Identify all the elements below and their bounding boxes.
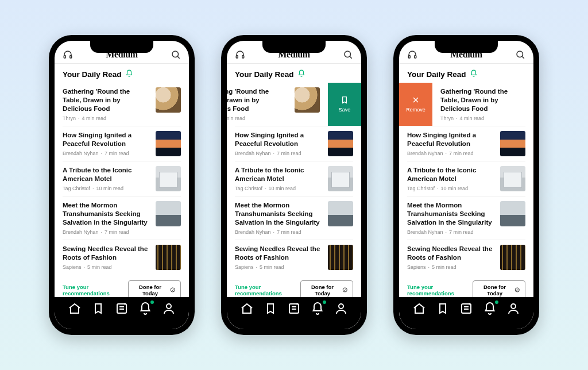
phone-notch [435, 40, 498, 53]
article-card[interactable]: Sewing Needles Reveal the Roots of Fashi… [227, 240, 361, 275]
article-title: How Singing Ignited a Peaceful Revolutio… [235, 131, 322, 148]
article-card[interactable]: Sewing Needles Reveal the Roots of Fashi… [399, 240, 533, 275]
article-card[interactable]: A Tribute to the Iconic American Motel T… [55, 161, 189, 196]
article-row: How Singing Ignited a Peaceful Revolutio… [55, 126, 189, 161]
svg-rect-0 [64, 56, 65, 59]
bottom-tabbar [55, 297, 189, 329]
article-readtime: 5 min read [260, 264, 284, 270]
done-for-today-button[interactable]: Done for Today [300, 280, 353, 297]
svg-rect-1 [70, 56, 72, 59]
tab-bookmarks[interactable] [91, 302, 105, 315]
search-icon[interactable] [515, 49, 525, 60]
meta-separator [454, 115, 460, 121]
svg-rect-19 [415, 56, 416, 59]
meta-separator [82, 264, 88, 270]
tab-home[interactable] [68, 302, 82, 315]
swipe-remove-label: Remove [406, 107, 425, 113]
svg-point-2 [172, 51, 179, 57]
article-feed[interactable]: Gathering 'Round the Table, Drawn in by … [55, 83, 189, 297]
article-card[interactable]: How Singing Ignited a Peaceful Revolutio… [227, 126, 361, 161]
article-card[interactable]: How Singing Ignited a Peaceful Revolutio… [399, 126, 533, 161]
tune-recommendations-link[interactable]: Tune your recommendations [407, 284, 473, 296]
tab-bookmarks[interactable] [436, 302, 450, 315]
section-title: Your Daily Read [399, 64, 533, 83]
article-card[interactable]: How Singing Ignited a Peaceful Revolutio… [55, 126, 189, 161]
bell-icon[interactable] [297, 70, 305, 79]
tab-bookmarks[interactable] [264, 302, 277, 315]
search-icon[interactable] [343, 49, 353, 60]
tune-recommendations-link[interactable]: Tune your recommendations [63, 284, 128, 296]
article-thumbnail [328, 245, 353, 270]
article-meta: Tag Christof10 min read [63, 186, 150, 191]
article-readtime: 4 min read [227, 115, 245, 121]
svg-point-20 [517, 51, 523, 57]
article-readtime: 10 min read [96, 186, 124, 191]
article-card[interactable]: Meet the Mormon Transhumanists Seeking S… [227, 196, 361, 240]
svg-line-3 [177, 56, 179, 58]
phone-notch [90, 40, 153, 53]
tab-compose[interactable] [115, 302, 129, 315]
headphones-icon[interactable] [235, 49, 245, 60]
article-meta: Brendah Nyhan7 min read [63, 229, 150, 235]
tune-recommendations-link[interactable]: Tune your recommendations [235, 284, 300, 296]
article-card[interactable]: Gathering 'Round the Table, Drawn in by … [55, 83, 189, 126]
tab-notifications[interactable] [311, 302, 324, 315]
article-card[interactable]: A Tribute to the Iconic American Motel T… [227, 161, 361, 196]
article-meta: Sapiens5 min read [63, 264, 150, 270]
notification-badge [323, 300, 326, 304]
tab-profile[interactable] [506, 302, 520, 315]
bell-icon[interactable] [470, 70, 478, 79]
article-row: A Tribute to the Iconic American Motel T… [55, 161, 189, 196]
article-readtime: 7 min read [105, 229, 129, 235]
tab-home[interactable] [240, 302, 254, 315]
article-readtime: 5 min read [432, 264, 457, 270]
tab-notifications[interactable] [483, 302, 497, 315]
check-circle-icon [514, 287, 520, 293]
meta-separator [99, 229, 105, 235]
article-row: Meet the Mormon Transhumanists Seeking S… [227, 196, 361, 240]
tab-profile[interactable] [334, 302, 348, 315]
article-meta: Brendah Nyhan7 min read [407, 229, 494, 235]
article-card[interactable]: Meet the Mormon Transhumanists Seeking S… [399, 196, 533, 240]
search-icon[interactable] [171, 49, 181, 60]
svg-point-28 [511, 304, 516, 309]
bottom-tabbar [227, 297, 361, 329]
swipe-remove-action[interactable]: Remove [399, 83, 432, 126]
phone-screen: Medium Your Daily Read Gathering 'Round … [55, 41, 189, 329]
tab-profile[interactable] [162, 302, 176, 315]
article-card[interactable]: Meet the Mormon Transhumanists Seeking S… [55, 196, 189, 240]
done-for-today-button[interactable]: Done for Today [128, 280, 181, 297]
meta-separator [271, 151, 277, 156]
bell-icon[interactable] [125, 70, 133, 79]
tab-notifications[interactable] [138, 302, 152, 315]
done-for-today-button[interactable]: Done for Today [473, 280, 525, 297]
article-feed[interactable]: Gathering 'Round the Table, Drawn in by … [399, 83, 533, 297]
article-card[interactable]: Gathering 'Round the Table, Drawn in by … [227, 83, 328, 126]
phone-screen: Medium Your Daily Read Gathering 'Round … [399, 41, 533, 329]
section-title-label: Your Daily Read [235, 70, 294, 79]
article-card[interactable]: A Tribute to the Iconic American Motel T… [399, 161, 533, 196]
article-title: Meet the Mormon Transhumanists Seeking S… [235, 201, 322, 227]
meta-separator [99, 151, 105, 156]
phone-mockup: Medium Your Daily Read Gathering 'Round … [221, 35, 367, 335]
headphones-icon[interactable] [407, 49, 417, 60]
tab-home[interactable] [412, 302, 426, 315]
tab-compose[interactable] [287, 302, 301, 315]
article-readtime: 10 min read [441, 186, 469, 191]
article-row: Gathering 'Round the Table, Drawn in by … [399, 83, 533, 126]
headphones-icon[interactable] [63, 49, 73, 60]
article-card[interactable]: Sewing Needles Reveal the Roots of Fashi… [55, 240, 189, 275]
article-row: How Singing Ignited a Peaceful Revolutio… [399, 126, 533, 161]
article-author: Sapiens [407, 264, 426, 270]
tab-compose[interactable] [459, 302, 473, 315]
section-title: Your Daily Read [55, 64, 189, 83]
swipe-save-action[interactable]: Save [328, 83, 361, 126]
bookmark-icon [340, 95, 349, 105]
section-title-label: Your Daily Read [63, 70, 122, 79]
article-readtime: 7 min read [449, 229, 474, 235]
article-feed[interactable]: Gathering 'Round the Table, Drawn in by … [227, 83, 361, 297]
meta-separator [271, 229, 277, 235]
recommendation-bar: Tune your recommendations Done for Today [399, 275, 533, 297]
article-card[interactable]: Gathering 'Round the Table, Drawn in by … [432, 83, 533, 126]
meta-separator [262, 186, 269, 191]
